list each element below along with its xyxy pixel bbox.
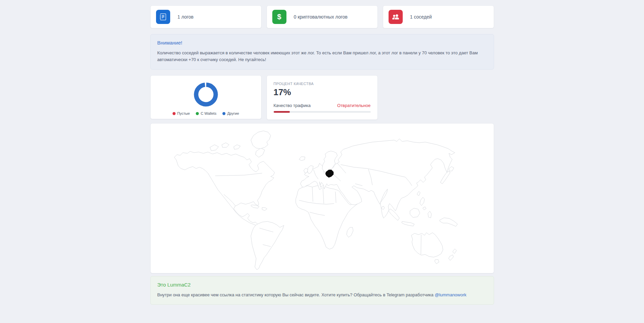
logs-donut-card: Пустые С Wallets Другие: [150, 75, 262, 119]
dollar-icon: $: [272, 10, 286, 24]
island-madagascar: [346, 227, 353, 237]
island-hispaniola: [262, 208, 267, 211]
island-tasmania: [435, 260, 439, 264]
warning-alert: Внимание! Количество соседей выражается …: [150, 34, 494, 70]
stat-card-crypto-logs: $ 0 криптовалютных логов: [267, 5, 378, 28]
donut-ring: [196, 84, 216, 105]
legend-item-wallets: С Wallets: [196, 111, 216, 115]
island-sumatra: [388, 209, 399, 220]
island-new-guinea: [439, 218, 457, 226]
island-new-zealand-north: [453, 249, 456, 254]
stat-card-label: 1 соседей: [410, 14, 432, 20]
island-arctic-3: [234, 145, 240, 150]
logs-donut-chart: [194, 80, 218, 109]
island-borneo: [410, 208, 420, 217]
about-box: Это LummaC2 Внутри она еще красивее чем …: [150, 276, 494, 305]
island-arctic-2: [222, 143, 229, 147]
quality-progress-fill: [274, 111, 290, 113]
quality-status: Отвратительное: [337, 103, 371, 108]
continent-australia: [411, 233, 443, 257]
island-java: [402, 221, 414, 226]
about-body: Внутри она еще красивее чем ссылка на ст…: [157, 292, 487, 298]
quality-percent: 17%: [274, 87, 371, 98]
about-title: Это LummaC2: [157, 282, 487, 288]
world-map-card: [150, 123, 494, 273]
alert-title: Внимание!: [157, 40, 487, 46]
legend-label: С Wallets: [201, 111, 216, 115]
stat-card-neighbors: 1 соседей: [383, 5, 494, 28]
donut-legend: Пустые С Wallets Другие: [173, 111, 239, 115]
quality-heading: ПРОЦЕНТ КАЧЕСТВА: [274, 82, 371, 86]
legend-label: Другие: [227, 111, 239, 115]
island-philippines: [420, 197, 424, 206]
island-greenland: [251, 131, 271, 149]
stats-page: 1 логов $ 0 криптовалютных логов 1 сосед…: [150, 0, 494, 305]
world-map[interactable]: [153, 126, 492, 271]
quality-card: ПРОЦЕНТ КАЧЕСТВА 17% Качество трафика От…: [267, 75, 378, 120]
island-japan: [440, 171, 450, 184]
legend-dot-blue: [222, 112, 225, 115]
island-taiwan: [417, 191, 420, 196]
island-arctic-1: [210, 145, 218, 151]
island-new-zealand-south: [449, 255, 454, 261]
legend-label: Пустые: [177, 111, 190, 115]
people-icon: [389, 10, 403, 24]
stat-card-logs: 1 логов: [150, 5, 262, 28]
telegram-link[interactable]: @lummanowork: [435, 292, 466, 297]
quality-labels-row: Качество трафика Отвратительное: [274, 103, 371, 108]
alert-body: Количество соседей выражается в количест…: [157, 50, 487, 63]
island-baffin: [255, 148, 265, 157]
stats-row: 1 логов $ 0 криптовалютных логов 1 сосед…: [150, 5, 494, 28]
island-iceland: [299, 157, 305, 161]
quality-label: Качество трафика: [274, 103, 311, 108]
legend-item-other: Другие: [222, 111, 239, 115]
continent-north-america: [174, 152, 275, 225]
stat-card-label: 0 криптовалютных логов: [294, 14, 348, 20]
island-sulawesi: [428, 211, 431, 218]
about-text: Внутри она еще красивее чем ссылка на ст…: [157, 292, 435, 297]
stat-card-label: 1 логов: [178, 14, 194, 20]
legend-item-empty: Пустые: [173, 111, 190, 115]
island-hokkaido: [449, 167, 454, 171]
quality-progress-track: [274, 111, 371, 113]
legend-dot-green: [196, 112, 199, 115]
legend-dot-red: [173, 112, 176, 115]
island-mindanao: [423, 207, 426, 210]
charts-row: Пустые С Wallets Другие ПРОЦЕНТ КАЧЕСТВА…: [150, 75, 494, 120]
journal-icon: [156, 10, 170, 24]
